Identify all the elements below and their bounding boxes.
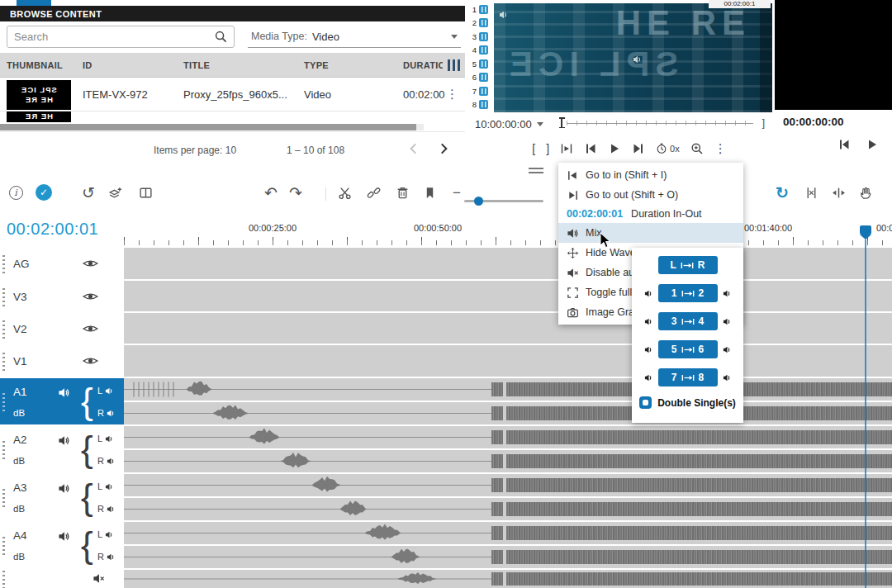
search-icon[interactable] xyxy=(215,31,227,43)
track-header-a1[interactable]: A1 dB { L R xyxy=(0,378,124,424)
track-header-v3[interactable]: V3 xyxy=(0,281,124,311)
speaker-icon[interactable] xyxy=(58,530,70,543)
channel-left[interactable]: L xyxy=(97,386,114,396)
track-header-v1[interactable]: V1 xyxy=(0,345,124,377)
media-thumbnail-partial[interactable]: HE RE xyxy=(7,111,71,122)
active-panel-tab[interactable] xyxy=(17,0,51,6)
add-track-button[interactable] xyxy=(105,182,125,203)
muted-speaker-icon[interactable] xyxy=(93,572,105,585)
timeline-lane-a1-r[interactable] xyxy=(124,402,892,424)
timeline-lane-a2-l[interactable] xyxy=(124,426,892,448)
menu-item-go-to-in[interactable]: Go to in (Shift + I) xyxy=(558,165,743,185)
zoom-button[interactable] xyxy=(690,142,704,155)
source-timecode[interactable]: 10:00:00:00 xyxy=(475,118,532,130)
timeline-lane-a4-l[interactable] xyxy=(124,522,892,544)
render-refresh-button[interactable]: ↻ xyxy=(772,182,792,203)
audio-channel-toggle-6[interactable]: 6 xyxy=(470,72,493,83)
visibility-eye-icon[interactable] xyxy=(83,291,98,301)
drag-handle-icon[interactable] xyxy=(2,439,5,459)
mark-out-button[interactable]: ] xyxy=(546,142,549,155)
next-frame-button[interactable] xyxy=(632,142,645,155)
col-thumbnail[interactable]: THUMBNAIL xyxy=(0,60,76,70)
channel-right[interactable]: R xyxy=(97,456,116,466)
col-duration[interactable]: DURATION xyxy=(396,60,443,70)
audio-channel-toggle-7[interactable]: 7 xyxy=(470,86,493,97)
media-type-value[interactable]: Video xyxy=(312,31,446,43)
db-label[interactable]: dB xyxy=(13,504,25,514)
cut-button[interactable] xyxy=(334,182,354,203)
pan-tool-button[interactable] xyxy=(856,182,875,203)
col-id[interactable]: ID xyxy=(76,60,177,70)
trim-tool-button[interactable] xyxy=(828,182,848,203)
mark-in-button[interactable]: [ xyxy=(532,142,535,155)
scrub-playhead[interactable] xyxy=(561,117,562,128)
drag-handle-icon[interactable] xyxy=(2,569,5,588)
track-header-v2[interactable]: V2 xyxy=(0,313,124,344)
razor-tool-button[interactable] xyxy=(801,182,821,203)
row-menu-icon[interactable]: ⋮ xyxy=(446,87,458,102)
timeline-lane-v1[interactable] xyxy=(124,345,892,377)
timeline-zoom-slider[interactable] xyxy=(464,200,543,202)
add-marker-button[interactable] xyxy=(420,182,439,203)
db-label[interactable]: dB xyxy=(13,552,25,562)
source-timecode-control[interactable]: 10:00:00:00 xyxy=(475,116,543,131)
panel-resize-handle[interactable] xyxy=(529,168,543,173)
audio-channel-toggle-1[interactable]: 1 xyxy=(470,4,493,15)
undo-button[interactable]: ↶ xyxy=(261,182,281,203)
zoom-slider-knob[interactable] xyxy=(474,197,483,206)
speaker-icon[interactable] xyxy=(58,434,70,447)
speaker-icon[interactable] xyxy=(58,482,70,495)
timeline-lane-a2-r[interactable] xyxy=(124,450,892,472)
split-view-button[interactable] xyxy=(135,182,155,203)
search-box[interactable] xyxy=(7,26,235,48)
previous-frame-button[interactable] xyxy=(584,142,597,155)
route-3-4-button[interactable]: 3 4 xyxy=(658,312,718,330)
channel-left[interactable]: L xyxy=(97,434,114,443)
prev-page-icon[interactable] xyxy=(406,141,421,156)
route-5-6-button[interactable]: 5 6 xyxy=(658,340,718,358)
source-scrubber[interactable]: ] xyxy=(557,116,766,130)
track-header-a3[interactable]: A3 dB { L R xyxy=(0,474,124,520)
play-in-to-out-button[interactable] xyxy=(560,142,573,155)
col-type[interactable]: TYPE xyxy=(297,60,396,70)
track-header-a4[interactable]: A4 dB { L R xyxy=(0,522,124,568)
playhead-pointer[interactable] xyxy=(860,235,871,239)
reset-button[interactable]: ↺ xyxy=(78,182,98,203)
confirm-button[interactable]: ✓ xyxy=(34,182,54,203)
drag-handle-icon[interactable] xyxy=(2,487,5,507)
timeline-lane-v3[interactable] xyxy=(124,281,892,311)
play-button[interactable] xyxy=(866,138,879,151)
channel-right[interactable]: R xyxy=(97,408,116,418)
scrollbar-thumb[interactable] xyxy=(0,124,416,130)
items-per-page[interactable]: Items per page: 10 xyxy=(154,145,236,156)
next-page-icon[interactable] xyxy=(436,141,451,156)
timeline-lane-v2[interactable] xyxy=(124,313,892,344)
info-button[interactable]: i xyxy=(6,182,26,203)
track-header-a2[interactable]: A2 dB { L R xyxy=(0,426,124,472)
table-row[interactable]: SPL ICE HE RE ITEM-VX-972 Proxy_25fps_96… xyxy=(0,78,465,111)
timeline-lane-a3-r[interactable] xyxy=(124,498,892,520)
player-menu-icon[interactable]: ⋮ xyxy=(714,141,727,156)
drag-handle-icon[interactable] xyxy=(2,254,5,273)
audio-channel-toggle-2[interactable]: 2 xyxy=(470,17,493,28)
chevron-down-icon[interactable] xyxy=(451,35,458,39)
db-label[interactable]: dB xyxy=(13,408,25,418)
channel-right[interactable]: R xyxy=(97,504,116,514)
menu-item-go-to-out[interactable]: Go to out (Shift + O) xyxy=(558,185,743,205)
menu-item-mix[interactable]: Mix xyxy=(558,223,743,243)
playback-speed[interactable]: 0x xyxy=(656,143,680,154)
drag-handle-icon[interactable] xyxy=(2,319,5,339)
audio-channel-toggle-3[interactable]: 3 xyxy=(470,31,493,42)
drag-handle-icon[interactable] xyxy=(2,391,5,411)
audio-channel-toggle-4[interactable]: 4 xyxy=(470,45,493,55)
timeline-ruler[interactable]: 00:00:25:00 00:00:50:00 00:01:15:00 00:0… xyxy=(124,216,892,248)
timeline-lane-a3-l[interactable] xyxy=(124,474,892,496)
timeline-lane-a4-r[interactable] xyxy=(124,546,892,568)
speaker-icon[interactable] xyxy=(58,386,70,399)
audio-channel-toggle-5[interactable]: 5 xyxy=(470,59,493,69)
col-title[interactable]: TITLE xyxy=(177,60,297,70)
track-header-partial[interactable] xyxy=(0,570,124,588)
route-1-2-button[interactable]: 1 2 xyxy=(658,284,718,302)
play-button[interactable] xyxy=(608,142,621,155)
timeline-timecode[interactable]: 00:02:00:01 xyxy=(7,220,98,239)
